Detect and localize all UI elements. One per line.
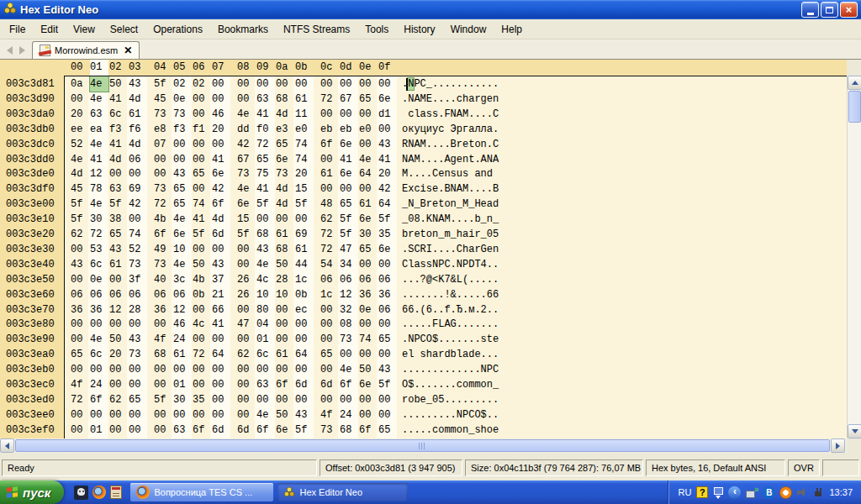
byte-cell[interactable]: 00 [276,332,294,347]
byte-cell[interactable]: 00 [193,152,211,167]
byte-cell[interactable]: 6e [378,92,397,107]
byte-cell[interactable]: 00 [109,166,128,181]
byte-cell[interactable]: 4e [359,152,378,167]
byte-cell[interactable]: 00 [237,92,256,107]
byte-cell[interactable]: 53 [90,242,108,257]
menu-ntfs-streams[interactable]: NTFS Streams [276,21,357,38]
byte-cell[interactable]: 00 [378,76,397,92]
byte-cell[interactable]: 06 [378,272,397,287]
byte-cell[interactable]: 45 [154,92,172,107]
byte-cell[interactable]: 61 [359,197,378,212]
byte-cell[interactable]: 00 [295,76,314,92]
byte-cell[interactable]: 4e [90,137,108,152]
byte-cell[interactable]: 00 [276,317,294,332]
byte-cell[interactable]: 00 [320,317,339,332]
byte-cell[interactable]: 06 [359,272,378,287]
byte-cell[interactable]: 00 [71,407,89,423]
byte-cell[interactable]: 4c [193,317,211,332]
byte-cell[interactable]: f1 [193,122,211,137]
byte-cell[interactable]: e8 [154,122,172,137]
row-ascii[interactable]: окуциус Эргалла. [402,122,499,137]
byte-cell[interactable]: 00 [193,407,211,423]
byte-cell[interactable]: 00 [320,302,339,318]
byte-cell[interactable]: 61 [295,242,314,257]
byte-cell[interactable]: 00 [359,137,378,152]
byte-cell[interactable]: 00 [295,362,314,377]
byte-cell[interactable]: 4d [276,197,294,212]
byte-cell[interactable]: 4d [129,137,147,152]
byte-cell[interactable]: 43 [378,137,397,152]
byte-cell[interactable]: 72 [256,137,275,152]
byte-cell[interactable]: 43 [71,257,89,272]
byte-cell[interactable]: 68 [340,423,358,438]
byte-cell[interactable]: 00 [193,302,211,318]
byte-cell[interactable]: 20 [109,347,128,362]
byte-cell[interactable]: 00 [378,122,397,137]
byte-cell[interactable]: 74 [193,197,211,212]
byte-cell[interactable]: 00 [295,332,314,347]
byte-cell[interactable]: 43 [109,242,128,257]
byte-cell[interactable]: 12 [340,287,358,302]
byte-cell[interactable]: 02 [193,76,211,92]
byte-cell[interactable]: 73 [237,166,256,181]
byte-cell[interactable]: 10 [256,287,275,302]
tab-nav-forward-icon[interactable] [19,46,25,55]
byte-cell[interactable]: e0 [295,122,314,137]
byte-cell[interactable]: 6e [237,197,256,212]
byte-cell[interactable]: 00 [378,347,397,362]
byte-cell[interactable]: 44 [295,257,314,272]
byte-cell[interactable]: 72 [154,197,172,212]
menu-edit[interactable]: Edit [33,21,66,38]
language-indicator[interactable]: RU [679,487,692,497]
byte-cell[interactable]: 6f [193,423,211,438]
menu-help[interactable]: Help [494,21,530,38]
scroll-right-button[interactable] [831,438,845,453]
byte-cell[interactable]: 07 [154,137,172,152]
byte-cell[interactable]: 4b [154,212,172,227]
byte-cell[interactable]: 00 [237,332,256,347]
byte-cell[interactable]: 50 [359,362,378,377]
byte-cell[interactable]: 43 [378,362,397,377]
byte-cell[interactable]: 61 [129,107,147,122]
byte-cell[interactable]: 5f [154,76,172,92]
byte-cell[interactable]: 61 [109,257,128,272]
byte-cell[interactable]: 43 [295,407,314,423]
byte-cell[interactable]: 00 [109,317,128,332]
byte-cell[interactable]: 4d [276,181,294,197]
byte-cell[interactable]: 00 [129,317,147,332]
byte-cell[interactable]: 68 [256,227,275,242]
byte-cell[interactable]: 08 [340,317,358,332]
byte-cell[interactable]: 6e [359,212,378,227]
byte-cell[interactable]: 73 [154,181,172,197]
byte-cell[interactable]: 6f [359,423,378,438]
byte-cell[interactable]: 74 [295,152,314,167]
byte-cell[interactable]: 4e [90,92,108,107]
row-ascii[interactable]: breton_m_hair_05 [402,227,499,242]
byte-cell[interactable]: 5f [378,212,397,227]
skull-app-icon[interactable] [74,486,88,500]
byte-cell[interactable]: 5f [109,197,128,212]
byte-cell[interactable]: 47 [340,242,358,257]
byte-cell[interactable]: 00 [340,392,358,407]
byte-cell[interactable]: 00 [295,317,314,332]
menu-tools[interactable]: Tools [357,21,396,38]
byte-cell[interactable]: 65 [173,181,192,197]
byte-cell[interactable]: 61 [276,347,294,362]
byte-cell[interactable]: 73 [154,107,172,122]
byte-cell[interactable]: 63 [173,423,192,438]
byte-cell[interactable]: 00 [276,76,294,92]
byte-cell[interactable]: 6d [320,377,339,392]
scroll-up-button[interactable] [848,76,861,90]
scroll-down-button[interactable] [848,424,861,438]
scroll-left-button[interactable] [0,438,14,453]
bluetooth-icon[interactable] [763,486,775,499]
byte-cell[interactable]: eb [340,122,358,137]
byte-cell[interactable]: 00 [193,362,211,377]
byte-cell[interactable]: 63 [90,107,108,122]
byte-cell[interactable]: 65 [109,227,128,242]
byte-cell[interactable]: 65 [71,347,89,362]
row-ascii[interactable]: O$.......common_ [402,377,499,392]
byte-cell[interactable]: 00 [237,257,256,272]
byte-cell[interactable]: 06 [378,302,397,318]
byte-cell[interactable]: 42 [129,197,147,212]
